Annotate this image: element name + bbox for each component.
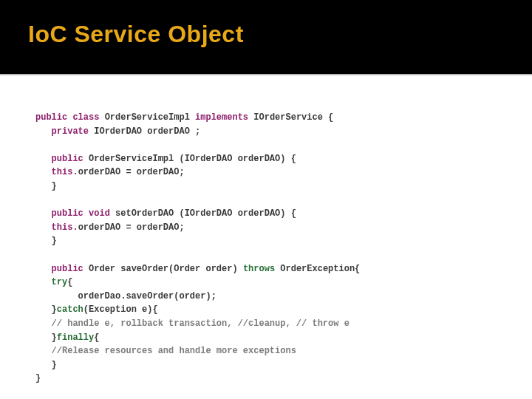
kw-finally: finally <box>57 332 94 343</box>
brace: { <box>67 277 72 287</box>
brace: { <box>94 332 99 343</box>
kw-private: private <box>52 126 89 137</box>
assign: orderDAO = orderDAO; <box>78 167 185 177</box>
iface: IOrderService { <box>248 112 333 123</box>
kw-this: this. <box>52 222 78 233</box>
brace: } <box>52 304 57 315</box>
kw-this: this. <box>52 167 78 177</box>
kw-try: try <box>52 277 68 287</box>
class-name: OrderServiceImpl <box>99 112 195 123</box>
setter-sig: setOrderDAO (IOrderDAO orderDAO) { <box>110 208 296 219</box>
kw-public: public <box>35 112 67 123</box>
kw-public: public <box>52 154 83 164</box>
kw-implements: implements <box>195 112 248 123</box>
kw-public: public <box>52 208 83 219</box>
brace: } <box>52 181 57 191</box>
slide-title: IoC Service Object <box>28 21 532 48</box>
comment: //Release resources and handle more exce… <box>52 346 296 356</box>
kw-public: public <box>52 264 83 274</box>
field-decl: IOrderDAO orderDAO ; <box>89 126 200 137</box>
assign: orderDAO = orderDAO; <box>78 222 185 233</box>
code-block: public class OrderServiceImpl implements… <box>0 75 532 386</box>
brace: } <box>52 332 57 343</box>
kw-void: void <box>89 208 110 219</box>
catch-clause: (Exception e){ <box>83 304 158 315</box>
brace: } <box>52 360 57 370</box>
kw-throws: throws <box>243 264 275 274</box>
throws-clause: OrderException{ <box>275 264 360 274</box>
kw-class: class <box>72 112 99 123</box>
kw-catch: catch <box>57 304 83 315</box>
comment: // handle e, rollback transaction, //cle… <box>52 318 349 329</box>
title-bar: IoC Service Object <box>0 0 532 75</box>
brace: } <box>35 373 41 383</box>
call: orderDao.saveOrder(order); <box>78 291 216 301</box>
method-sig: Order saveOrder(Order order) <box>83 264 243 274</box>
ctor-sig: OrderServiceImpl (IOrderDAO orderDAO) { <box>83 154 296 164</box>
brace: } <box>52 236 57 246</box>
